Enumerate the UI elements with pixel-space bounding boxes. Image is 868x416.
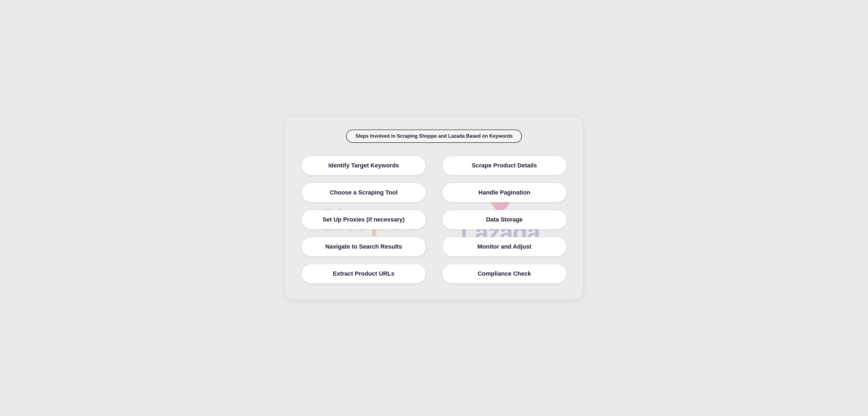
left-step-5: Extract Product URLs bbox=[302, 264, 426, 284]
left-step-2: Choose a Scraping Tool bbox=[302, 183, 426, 202]
columns-container: Shopee Lazada bbox=[302, 156, 566, 284]
right-step-5: Compliance Check bbox=[442, 264, 566, 284]
left-step-3: Set Up Proxies (if necessary) bbox=[302, 210, 426, 229]
left-column: Identify Target KeywordsChoose a Scrapin… bbox=[302, 156, 434, 284]
right-step-2: Handle Pagination bbox=[442, 183, 566, 202]
main-card: Steps Involved in Scraping Shoppe and La… bbox=[285, 117, 583, 300]
right-step-3: Data Storage bbox=[442, 210, 566, 229]
right-column: Scrape Product DetailsHandle PaginationD… bbox=[434, 156, 566, 284]
right-step-1: Scrape Product Details bbox=[442, 156, 566, 175]
title-container: Steps Involved in Scraping Shoppe and La… bbox=[302, 130, 566, 143]
left-step-1: Identify Target Keywords bbox=[302, 156, 426, 175]
left-step-4: Navigate to Search Results bbox=[302, 237, 426, 256]
page-title: Steps Involved in Scraping Shoppe and La… bbox=[346, 130, 522, 143]
right-step-4: Monitor and Adjust bbox=[442, 237, 566, 256]
